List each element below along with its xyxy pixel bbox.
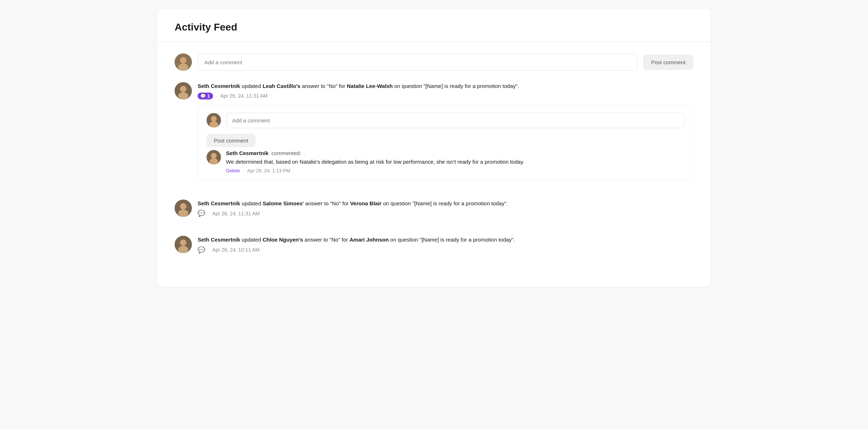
reply-post-comment-button[interactable]: Post comment [207, 134, 255, 147]
svg-point-17 [180, 204, 186, 209]
feed-item-meta: 💬 · Apr 26, 24, 11:31 AM [198, 210, 693, 217]
commenter-avatar [207, 150, 221, 164]
top-comment-input-wrapper [198, 54, 637, 71]
svg-point-16 [178, 210, 188, 217]
feed-item-text: Seth Cesmertnik updated Leah Castillo's … [198, 82, 693, 90]
actor-avatar [175, 82, 192, 99]
page-header: Activity Feed [157, 9, 711, 42]
meta-separator: · [208, 247, 209, 253]
meta-separator: · [216, 93, 217, 99]
target-name: Natalie Lee-Walsh [347, 83, 393, 89]
page-title: Activity Feed [175, 22, 693, 33]
comment-empty-icon: 💬 [198, 210, 205, 217]
feed-item-meta: 💬1 · Apr 26, 24, 11:31 AM [198, 93, 693, 99]
delete-comment-link[interactable]: Delete [226, 168, 240, 173]
feed-item-text: Seth Cesmertnik updated Salome Simoes' a… [198, 200, 693, 208]
feed-item-content: Seth Cesmertnik updated Leah Castillo's … [198, 82, 693, 187]
comment-empty-icon: 💬 [198, 246, 205, 254]
svg-point-3 [180, 57, 186, 63]
nested-comment: Seth Cesmertnik commented: We determined… [207, 147, 684, 173]
svg-point-2 [178, 64, 188, 71]
top-post-comment-button[interactable]: Post comment [643, 55, 693, 70]
feed-item-timestamp: Apr 26, 24, 11:31 AM [212, 211, 260, 216]
feed-body: Post comment Seth Cesmertnik updated Lea… [157, 42, 711, 260]
reply-input-row [207, 113, 684, 128]
nested-comment-content: Seth Cesmertnik commented: We determined… [226, 150, 684, 173]
feed-item-content: Seth Cesmertnik updated Chloe Nguyen's a… [198, 236, 693, 260]
feed-item: Seth Cesmertnik updated Chloe Nguyen's a… [175, 236, 693, 260]
nested-comment-meta: Delete · Apr 26, 24, 1:13 PM [226, 168, 684, 173]
separator: · [243, 168, 244, 173]
target-name: Verona Blair [350, 200, 382, 206]
meta-separator: · [208, 211, 209, 216]
feed-item-text: Seth Cesmertnik updated Chloe Nguyen's a… [198, 236, 693, 244]
nested-comment-timestamp: Apr 26, 24, 1:13 PM [247, 168, 290, 173]
reply-area: Post comment Seth Cesmertni [198, 105, 693, 181]
svg-point-12 [211, 153, 217, 159]
svg-point-20 [178, 246, 188, 253]
feed-item-timestamp: Apr 26, 24, 11:31 AM [220, 93, 268, 99]
actor-name: Seth Cesmertnik [198, 237, 240, 243]
nested-comment-label: commented: [272, 150, 301, 156]
top-comment-row: Post comment [175, 53, 693, 71]
nested-comment-author: Seth Cesmertnik [226, 150, 268, 156]
top-comment-input[interactable] [198, 54, 637, 71]
actor-avatar [175, 236, 192, 253]
feed-item: Seth Cesmertnik updated Salome Simoes' a… [175, 200, 693, 223]
feed-item: Seth Cesmertnik updated Leah Castillo's … [175, 82, 693, 187]
svg-point-7 [180, 86, 186, 92]
feed-list: Seth Cesmertnik updated Leah Castillo's … [175, 82, 693, 260]
svg-point-6 [178, 92, 188, 99]
comment-count-badge[interactable]: 💬1 [198, 93, 213, 99]
svg-point-9 [211, 116, 217, 122]
current-user-avatar [175, 53, 192, 71]
subject-name: Leah Castillo's [263, 83, 300, 89]
feed-item-timestamp: Apr 26, 24, 10:11 AM [212, 247, 260, 253]
svg-point-21 [180, 240, 186, 246]
subject-name: Chloe Nguyen's [263, 237, 303, 243]
target-name: Amari Johnson [350, 237, 389, 243]
nested-comment-body: We determined that, based on Natalie's d… [226, 158, 684, 166]
actor-avatar [175, 200, 192, 217]
actor-name: Seth Cesmertnik [198, 200, 240, 206]
subject-name: Salome Simoes' [263, 200, 304, 206]
feed-item-meta: 💬 · Apr 26, 24, 10:11 AM [198, 246, 693, 254]
page-container: Activity Feed Post comment [157, 9, 711, 287]
feed-item-content: Seth Cesmertnik updated Salome Simoes' a… [198, 200, 693, 223]
reply-comment-input[interactable] [226, 113, 684, 128]
reply-avatar [207, 113, 221, 127]
comment-bubble-icon: 💬 [200, 93, 206, 99]
actor-name: Seth Cesmertnik [198, 83, 240, 89]
